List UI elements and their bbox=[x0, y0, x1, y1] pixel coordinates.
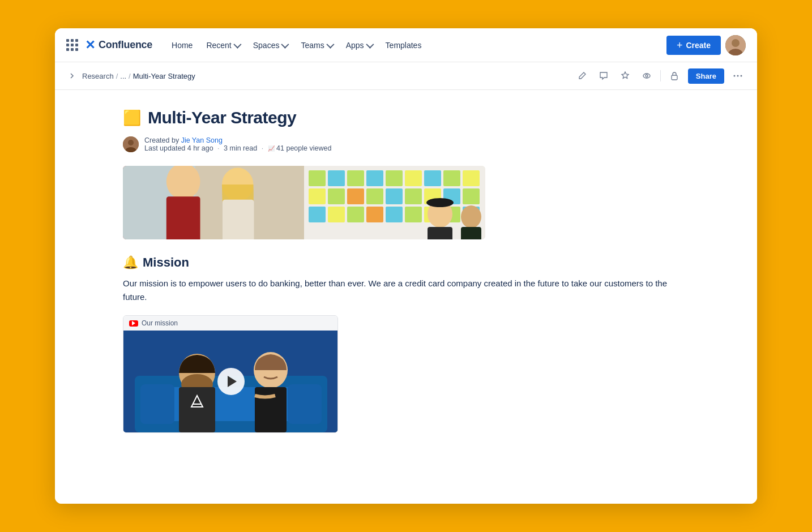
hero-right-panel bbox=[304, 166, 485, 239]
svg-rect-56 bbox=[288, 384, 322, 424]
chevron-down-icon bbox=[366, 40, 374, 48]
svg-rect-43 bbox=[405, 207, 422, 222]
nav-recent-label: Recent bbox=[206, 41, 231, 50]
video-embed[interactable]: Our mission bbox=[123, 315, 338, 433]
svg-point-3 bbox=[643, 74, 650, 78]
svg-rect-30 bbox=[328, 188, 345, 204]
user-avatar[interactable] bbox=[725, 35, 746, 55]
logo-name: Confluence bbox=[99, 39, 152, 51]
nav-templates-label: Templates bbox=[386, 41, 422, 50]
breadcrumb-current: Multi-Year Strategy bbox=[133, 72, 195, 80]
sep2: · bbox=[262, 144, 263, 152]
confluence-logo[interactable]: ✕ Confluence bbox=[85, 38, 152, 53]
svg-point-7 bbox=[737, 75, 739, 77]
svg-rect-51 bbox=[461, 227, 481, 239]
breadcrumb-ellipsis[interactable]: ... bbox=[120, 72, 126, 80]
svg-rect-42 bbox=[386, 207, 403, 222]
mission-heading-text: Mission bbox=[143, 255, 189, 270]
svg-rect-24 bbox=[386, 170, 403, 186]
nav-apps[interactable]: Apps bbox=[340, 36, 378, 54]
lock-icon[interactable] bbox=[666, 68, 682, 84]
author-row: Created by Jie Yan Song Last updated 4 h… bbox=[123, 136, 689, 152]
create-label: Create bbox=[686, 41, 711, 50]
svg-rect-59 bbox=[179, 387, 215, 432]
svg-rect-25 bbox=[405, 170, 422, 186]
nav-templates[interactable]: Templates bbox=[380, 36, 428, 54]
nav-home-label: Home bbox=[172, 41, 193, 50]
svg-rect-28 bbox=[463, 170, 480, 186]
breadcrumb-bar: Research / ... / Multi-Year Strategy bbox=[55, 62, 757, 90]
divider bbox=[660, 70, 661, 81]
plus-icon: + bbox=[677, 40, 683, 50]
svg-rect-41 bbox=[366, 207, 383, 222]
svg-point-50 bbox=[461, 205, 481, 228]
chevron-down-icon bbox=[326, 40, 334, 48]
page-content: 🟨 Multi-Year Strategy Created by Jie Yan… bbox=[55, 90, 757, 504]
star-icon[interactable] bbox=[617, 68, 633, 84]
author-meta: Created by Jie Yan Song Last updated 4 h… bbox=[144, 136, 331, 152]
youtube-icon bbox=[129, 320, 138, 327]
svg-rect-18 bbox=[223, 200, 254, 239]
breadcrumb-research[interactable]: Research bbox=[82, 72, 114, 80]
mission-text: Our mission is to empower users to do ba… bbox=[123, 277, 689, 304]
chevron-down-icon bbox=[281, 40, 289, 48]
svg-rect-63 bbox=[255, 387, 287, 432]
svg-rect-21 bbox=[328, 170, 345, 186]
breadcrumb-actions: Share bbox=[574, 68, 746, 84]
breadcrumb: Research / ... / Multi-Year Strategy bbox=[82, 72, 570, 80]
grid-icon[interactable] bbox=[66, 39, 78, 51]
last-updated: Last updated 4 hr ago bbox=[144, 144, 213, 152]
nav-spaces[interactable]: Spaces bbox=[247, 36, 293, 54]
mission-heading: 🔔 Mission bbox=[123, 255, 689, 270]
share-button[interactable]: Share bbox=[688, 68, 724, 84]
svg-rect-5 bbox=[672, 75, 677, 80]
nav-recent[interactable]: Recent bbox=[200, 36, 245, 54]
svg-point-4 bbox=[646, 75, 648, 77]
read-time: 3 min read bbox=[224, 144, 257, 152]
more-options-icon[interactable] bbox=[730, 68, 746, 84]
svg-rect-27 bbox=[443, 170, 460, 186]
svg-rect-22 bbox=[347, 170, 364, 186]
author-name[interactable]: Jie Yan Song bbox=[181, 136, 223, 144]
breadcrumb-sep-2: / bbox=[129, 72, 131, 80]
nav-apps-label: Apps bbox=[346, 41, 364, 50]
chevron-right-icon bbox=[69, 72, 75, 79]
svg-rect-48 bbox=[428, 227, 452, 239]
author-avatar bbox=[123, 136, 139, 152]
svg-rect-33 bbox=[386, 188, 403, 204]
avatar-image bbox=[725, 35, 746, 55]
sidebar-toggle[interactable] bbox=[66, 70, 78, 81]
nav-teams-label: Teams bbox=[301, 41, 324, 50]
play-button[interactable] bbox=[217, 368, 245, 395]
svg-point-1 bbox=[732, 39, 740, 47]
page-title-row: 🟨 Multi-Year Strategy bbox=[123, 108, 689, 127]
svg-rect-39 bbox=[328, 207, 345, 222]
nav-spaces-label: Spaces bbox=[253, 41, 280, 50]
svg-point-49 bbox=[426, 198, 454, 207]
svg-rect-40 bbox=[347, 207, 364, 222]
svg-rect-55 bbox=[140, 384, 174, 424]
video-thumbnail[interactable] bbox=[123, 331, 338, 432]
created-by-label: Created by bbox=[144, 136, 179, 144]
comment-icon[interactable] bbox=[596, 68, 612, 84]
nav-home[interactable]: Home bbox=[166, 36, 198, 54]
svg-rect-31 bbox=[347, 188, 364, 204]
mission-emoji: 🔔 bbox=[123, 255, 138, 270]
play-icon bbox=[228, 376, 237, 387]
svg-rect-23 bbox=[366, 170, 383, 186]
page-title: Multi-Year Strategy bbox=[148, 108, 296, 127]
svg-rect-15 bbox=[166, 196, 200, 239]
trend-icon: 📈 bbox=[268, 145, 275, 152]
nav-teams[interactable]: Teams bbox=[295, 36, 337, 54]
create-button[interactable]: + Create bbox=[666, 36, 721, 55]
svg-rect-29 bbox=[309, 188, 326, 204]
view-icon[interactable] bbox=[639, 68, 655, 84]
hero-left-panel bbox=[123, 166, 304, 239]
views-count: 41 people viewed bbox=[276, 144, 331, 152]
edit-icon[interactable] bbox=[574, 68, 590, 84]
svg-point-8 bbox=[741, 75, 742, 77]
sep1: · bbox=[217, 144, 219, 152]
video-label-bar: Our mission bbox=[123, 316, 337, 331]
video-label-text: Our mission bbox=[142, 319, 178, 327]
page-emoji: 🟨 bbox=[123, 109, 141, 127]
